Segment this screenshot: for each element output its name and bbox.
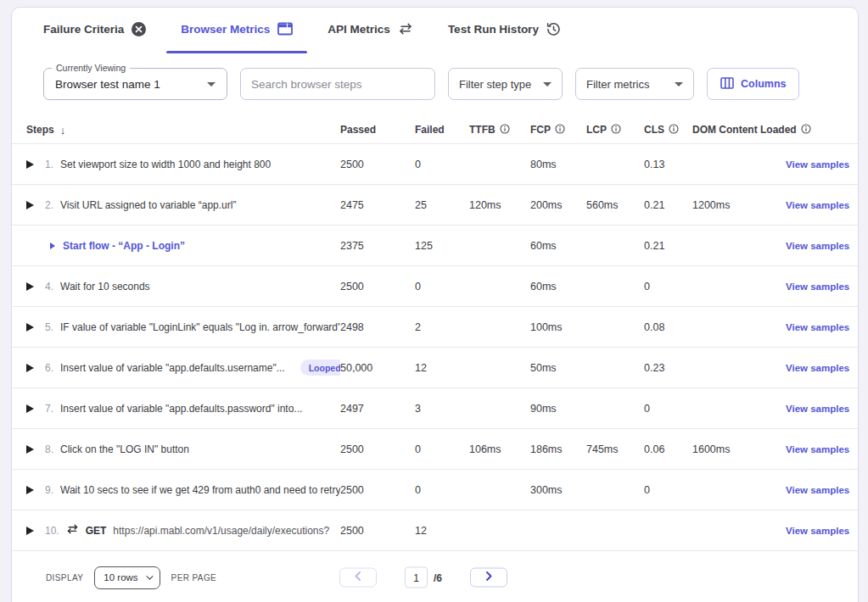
currently-viewing-select[interactable]: Currently Viewing Browser test name 1 — [43, 68, 227, 100]
tab-failure-criteria[interactable]: Failure Criteria — [29, 8, 160, 50]
table-row: 5.IF value of variable "LoginLink" equal… — [12, 307, 858, 348]
table-row: 4.Wait for 10 seconds2500060ms0View samp… — [12, 266, 858, 307]
view-samples-link[interactable]: View samples — [786, 526, 849, 536]
step-cell: 9.Wait 10 secs to see if we get 429 from… — [45, 484, 340, 496]
dom-content-loaded-column-header: DOM Content Loaded — [692, 124, 786, 137]
previous-page-button[interactable] — [339, 568, 377, 588]
expand-cell — [26, 486, 45, 494]
lcp-cell: 560ms — [586, 199, 644, 211]
steps-column-header[interactable]: Steps ↓ — [26, 124, 340, 137]
view-samples-link[interactable]: View samples — [786, 322, 849, 332]
filter-toolbar: Currently Viewing Browser test name 1 Fi… — [43, 68, 858, 100]
columns-button[interactable]: Columns — [707, 68, 799, 100]
passed-cell: 50,000 — [340, 362, 415, 374]
search-input[interactable] — [240, 68, 435, 100]
sort-descending-icon: ↓ — [60, 124, 66, 137]
step-cell: 6.Insert value of variable "app.defaults… — [45, 360, 340, 376]
info-icon[interactable] — [801, 124, 811, 137]
expand-row-icon[interactable] — [26, 201, 34, 209]
samples-cell: View samples — [786, 159, 845, 170]
failed-cell: 0 — [415, 159, 469, 170]
current-page-input[interactable]: 1 — [405, 567, 428, 588]
view-samples-link[interactable]: View samples — [786, 363, 849, 373]
fcp-cell: 50ms — [530, 362, 586, 374]
expand-cell — [26, 364, 45, 372]
lcp-column-header: LCP — [586, 124, 644, 137]
chevron-right-icon — [485, 571, 492, 584]
step-cell: 10.GEThttps://api.mabl.com/v1/usage/dail… — [45, 524, 340, 537]
filter-step-type-select[interactable]: Filter step type — [448, 68, 563, 100]
table-row: 7.Insert value of variable "app.defaults… — [12, 388, 858, 429]
ttfb-cell: 120ms — [469, 199, 530, 211]
history-icon — [546, 22, 561, 36]
rows-per-page-value: 10 rows — [104, 572, 137, 582]
table-row: Start flow - “App - Login”237512560ms0.2… — [12, 226, 858, 266]
table-row: 2.Visit URL assigned to variable “app.ur… — [12, 185, 858, 226]
cancel-icon — [132, 22, 146, 36]
cls-cell: 0 — [644, 484, 692, 496]
expand-row-icon[interactable] — [26, 282, 34, 291]
tab-api-metrics[interactable]: API Metrics — [313, 8, 428, 50]
step-label: Click on the "LOG IN" button — [60, 443, 189, 455]
view-samples-link[interactable]: View samples — [786, 485, 849, 495]
rows-per-page-select[interactable]: 10 rows — [94, 566, 160, 589]
tab-test-run-history[interactable]: Test Run History — [434, 8, 575, 50]
expand-row-icon[interactable] — [26, 364, 34, 372]
step-number: 5. — [45, 321, 53, 333]
page-total-label: /6 — [434, 571, 442, 583]
expand-cell — [26, 201, 45, 209]
view-samples-link[interactable]: View samples — [786, 159, 849, 170]
view-samples-link[interactable]: View samples — [786, 200, 849, 210]
tab-browser-metrics[interactable]: Browser Metrics — [166, 8, 307, 50]
expand-cell — [26, 323, 45, 332]
expand-row-icon[interactable] — [26, 527, 34, 535]
expand-row-icon[interactable] — [26, 404, 34, 413]
pagination: 1 /6 — [339, 567, 507, 588]
looped-badge-label: Looped — [309, 363, 340, 373]
samples-cell: View samples — [786, 362, 845, 374]
cls-cell: 0.08 — [644, 321, 692, 333]
chevron-left-icon — [355, 571, 361, 584]
expand-row-icon[interactable] — [26, 160, 34, 169]
tab-label: API Metrics — [328, 23, 390, 36]
view-samples-link[interactable]: View samples — [786, 281, 849, 292]
expand-row-icon[interactable] — [26, 486, 34, 494]
fcp-cell: 300ms — [530, 484, 586, 496]
step-label: Set viewport size to width 1000 and heig… — [60, 159, 271, 170]
view-samples-link[interactable]: View samples — [786, 444, 849, 454]
step-number: 4. — [45, 281, 53, 293]
dropdown-arrow-icon — [207, 82, 216, 86]
expand-cell — [26, 160, 45, 169]
cls-cell: 0.06 — [644, 443, 692, 455]
info-icon[interactable] — [669, 124, 679, 137]
columns-button-label: Columns — [741, 78, 786, 90]
chevron-down-icon — [146, 572, 153, 579]
expand-flow-icon[interactable] — [50, 242, 55, 249]
page-indicator: 1 /6 — [405, 567, 442, 588]
passed-cell: 2375 — [340, 240, 415, 252]
expand-cell — [26, 527, 45, 535]
step-cell: 5.IF value of variable "LoginLink" equal… — [45, 321, 340, 333]
view-samples-link[interactable]: View samples — [786, 241, 849, 251]
next-page-button[interactable] — [470, 568, 507, 588]
dom-cell: 1600ms — [692, 443, 786, 455]
view-samples-link[interactable]: View samples — [786, 404, 849, 414]
display-label: DISPLAY — [46, 573, 83, 582]
filter-step-type-label: Filter step type — [459, 78, 531, 91]
step-cell: Start flow - “App - Login” — [45, 240, 340, 252]
samples-cell: View samples — [786, 525, 845, 537]
passed-cell: 2475 — [340, 199, 415, 211]
table-row: 1.Set viewport size to width 1000 and he… — [12, 144, 858, 185]
expand-row-icon[interactable] — [26, 445, 34, 454]
info-icon[interactable] — [611, 124, 621, 137]
samples-cell: View samples — [786, 199, 845, 211]
cls-column-header: CLS — [644, 124, 692, 137]
info-icon[interactable] — [555, 124, 565, 137]
filter-metrics-select[interactable]: Filter metrics — [575, 68, 694, 100]
cls-cell: 0.13 — [644, 159, 692, 170]
fcp-cell: 60ms — [530, 281, 586, 293]
passed-cell: 2498 — [340, 321, 415, 333]
expand-row-icon[interactable] — [26, 323, 34, 332]
cls-cell: 0 — [644, 403, 692, 415]
info-icon[interactable] — [500, 124, 510, 137]
